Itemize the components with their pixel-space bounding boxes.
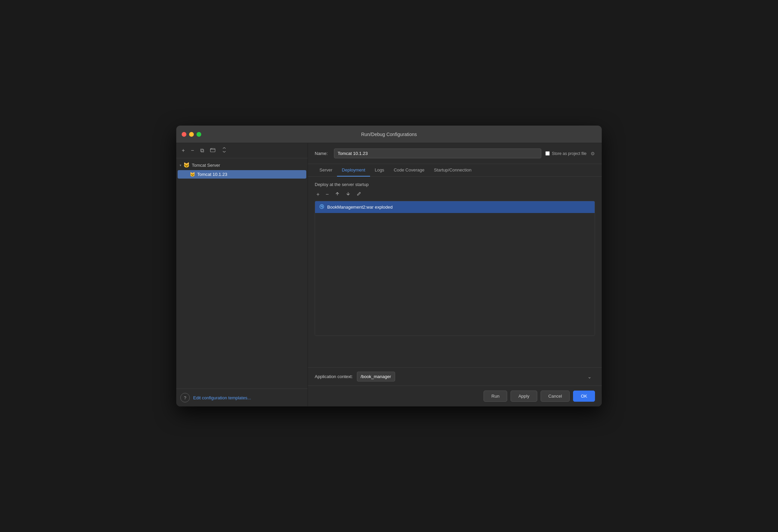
- sort-config-button[interactable]: [220, 147, 228, 155]
- tomcat-icon: 🐱: [183, 162, 190, 168]
- sidebar: + − ⧉: [176, 143, 308, 406]
- store-as-project-text: Store as project file: [552, 151, 587, 156]
- sidebar-tree: ▾ 🐱 Tomcat Server 🐱 Tomcat 10.1.23: [176, 158, 308, 389]
- deploy-item-label: BookManagement2:war exploded: [327, 205, 393, 210]
- main-panel: Name: Store as project file ⚙ Server Dep…: [308, 143, 602, 406]
- app-context-label: Application context:: [315, 374, 353, 379]
- config-name-input[interactable]: [334, 149, 541, 158]
- remove-config-button[interactable]: −: [189, 147, 195, 154]
- folder-config-button[interactable]: [209, 147, 217, 155]
- tabs-bar: Server Deployment Logs Code Coverage Sta…: [308, 164, 602, 177]
- close-button[interactable]: [182, 132, 186, 137]
- store-as-project-checkbox[interactable]: [545, 151, 550, 156]
- app-context-row: Application context: /book_manager: [308, 367, 602, 385]
- ok-button[interactable]: OK: [573, 391, 595, 402]
- tomcat-item-label: Tomcat 10.1.23: [197, 172, 227, 177]
- sidebar-toolbar: + − ⧉: [176, 143, 308, 158]
- name-row: Name: Store as project file ⚙: [308, 143, 602, 164]
- minimize-button[interactable]: [189, 132, 194, 137]
- tab-logs[interactable]: Logs: [370, 164, 389, 177]
- cancel-button[interactable]: Cancel: [541, 391, 570, 402]
- traffic-lights: [182, 132, 201, 137]
- help-button[interactable]: ?: [180, 393, 190, 402]
- store-as-project-label[interactable]: Store as project file: [545, 151, 587, 156]
- tab-server[interactable]: Server: [315, 164, 337, 177]
- bottom-bar: Run Apply Cancel OK: [308, 385, 602, 406]
- dialog-title: Run/Debug Configurations: [361, 132, 417, 137]
- gear-icon[interactable]: ⚙: [591, 151, 595, 156]
- copy-config-button[interactable]: ⧉: [199, 147, 205, 154]
- deploy-move-down-button[interactable]: [344, 190, 352, 198]
- edit-templates-link[interactable]: Edit configuration templates...: [193, 395, 251, 400]
- deployment-panel: Deploy at the server startup + −: [308, 177, 602, 367]
- svg-rect-0: [210, 149, 215, 152]
- deploy-section-label: Deploy at the server startup: [315, 182, 595, 187]
- tomcat-server-group-header[interactable]: ▾ 🐱 Tomcat Server: [176, 160, 308, 170]
- sidebar-footer: ? Edit configuration templates...: [176, 389, 308, 406]
- deploy-move-up-button[interactable]: [333, 190, 341, 198]
- maximize-button[interactable]: [197, 132, 201, 137]
- tomcat-item-icon: 🐱: [190, 172, 195, 177]
- tomcat-config-item[interactable]: 🐱 Tomcat 10.1.23: [178, 170, 306, 179]
- tomcat-server-group: ▾ 🐱 Tomcat Server 🐱 Tomcat 10.1.23: [176, 160, 308, 180]
- add-config-button[interactable]: +: [180, 147, 186, 154]
- titlebar: Run/Debug Configurations: [176, 126, 602, 143]
- deploy-toolbar: + −: [315, 190, 595, 198]
- dialog-content: + − ⧉: [176, 143, 602, 406]
- expand-chevron-icon: ▾: [180, 163, 181, 167]
- app-context-select[interactable]: /book_manager: [357, 372, 395, 381]
- name-field-label: Name:: [315, 151, 330, 156]
- tab-code-coverage[interactable]: Code Coverage: [389, 164, 429, 177]
- run-debug-configurations-dialog: Run/Debug Configurations + − ⧉: [176, 126, 602, 406]
- deploy-edit-button[interactable]: [355, 190, 363, 198]
- tab-deployment[interactable]: Deployment: [337, 164, 370, 177]
- deploy-remove-button[interactable]: −: [324, 191, 330, 198]
- apply-button[interactable]: Apply: [511, 391, 537, 402]
- svg-point-2: [321, 206, 322, 207]
- group-label: Tomcat Server: [192, 163, 220, 168]
- deploy-add-button[interactable]: +: [315, 191, 321, 198]
- app-context-wrapper: /book_manager: [357, 372, 595, 381]
- artifact-icon: [319, 204, 325, 210]
- deploy-list: BookManagement2:war exploded: [315, 201, 595, 336]
- deploy-item[interactable]: BookManagement2:war exploded: [315, 201, 595, 213]
- tab-startup-connection[interactable]: Startup/Connection: [429, 164, 476, 177]
- run-button[interactable]: Run: [484, 391, 507, 402]
